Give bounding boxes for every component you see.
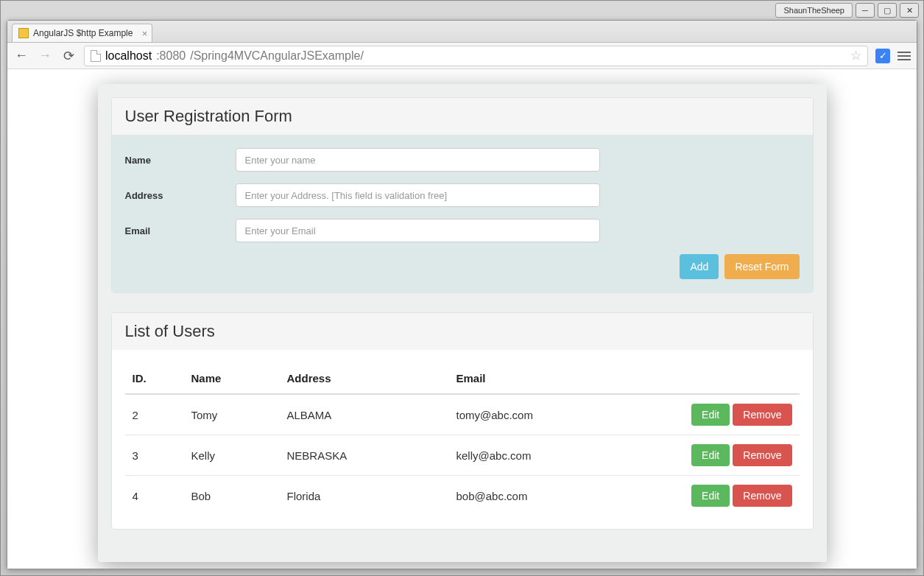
maximize-button[interactable]: ▢ bbox=[878, 3, 897, 18]
reload-button[interactable]: ⟳ bbox=[60, 48, 77, 64]
cell-address: NEBRASKA bbox=[280, 435, 449, 476]
edit-button[interactable]: Edit bbox=[691, 444, 730, 466]
url-input[interactable]: localhost:8080/Spring4MVCAngularJSExampl… bbox=[84, 46, 868, 66]
close-window-button[interactable]: ✕ bbox=[900, 3, 919, 18]
cell-address: ALBAMA bbox=[280, 394, 449, 435]
cell-email: bob@abc.com bbox=[449, 476, 667, 516]
minimize-button[interactable]: ─ bbox=[856, 3, 875, 18]
address-label: Address bbox=[125, 190, 236, 201]
cell-id: 2 bbox=[125, 394, 184, 435]
cell-actions: Edit Remove bbox=[667, 435, 800, 476]
form-title: User Registration Form bbox=[112, 98, 813, 135]
cell-email: tomy@abc.com bbox=[449, 394, 667, 435]
edit-button[interactable]: Edit bbox=[691, 485, 730, 507]
th-address: Address bbox=[280, 363, 449, 394]
cell-id: 4 bbox=[125, 476, 184, 516]
form-row-name: Name bbox=[125, 148, 800, 172]
users-panel: List of Users ID. Name Address Email bbox=[111, 312, 814, 530]
address-input[interactable] bbox=[236, 183, 600, 207]
page-viewport: User Registration Form Name Address Emai… bbox=[7, 69, 917, 569]
favicon-icon bbox=[18, 28, 29, 38]
browser-window: AngularJS $http Example × ← → ⟳ localhos… bbox=[7, 20, 917, 569]
cell-name: Tomy bbox=[184, 394, 280, 435]
bookmark-star-icon[interactable]: ☆ bbox=[850, 48, 861, 63]
name-input[interactable] bbox=[236, 148, 600, 172]
os-app-name: ShaunTheSheep bbox=[775, 3, 853, 18]
tab-strip: AngularJS $http Example × bbox=[7, 21, 917, 43]
table-row: 4BobFloridabob@abc.comEdit Remove bbox=[125, 476, 800, 516]
url-path: /Spring4MVCAngularJSExample/ bbox=[190, 49, 364, 63]
cell-name: Bob bbox=[184, 476, 280, 516]
cell-id: 3 bbox=[125, 435, 184, 476]
users-body: ID. Name Address Email 2TomyALBAMAtomy@a… bbox=[112, 350, 813, 529]
th-id: ID. bbox=[125, 363, 184, 394]
users-title: List of Users bbox=[112, 313, 813, 350]
cell-actions: Edit Remove bbox=[667, 476, 800, 516]
tab-title: AngularJS $http Example bbox=[33, 28, 133, 38]
url-port: :8080 bbox=[156, 49, 186, 63]
name-label: Name bbox=[125, 155, 236, 166]
edit-button[interactable]: Edit bbox=[691, 404, 730, 426]
cell-email: kelly@abc.com bbox=[449, 435, 667, 476]
page-icon bbox=[91, 50, 101, 62]
reset-form-button[interactable]: Reset Form bbox=[724, 254, 799, 279]
table-row: 3KellyNEBRASKAkelly@abc.comEdit Remove bbox=[125, 435, 800, 476]
form-body: Name Address Email Add bbox=[112, 135, 813, 292]
email-input[interactable] bbox=[236, 219, 600, 242]
form-actions: Add Reset Form bbox=[125, 254, 800, 279]
remove-button[interactable]: Remove bbox=[733, 444, 791, 466]
back-button[interactable]: ← bbox=[13, 48, 29, 63]
os-window: ShaunTheSheep ─ ▢ ✕ AngularJS $http Exam… bbox=[0, 0, 924, 576]
table-header-row: ID. Name Address Email bbox=[125, 363, 800, 394]
th-email: Email bbox=[449, 363, 667, 394]
users-table: ID. Name Address Email 2TomyALBAMAtomy@a… bbox=[125, 363, 800, 516]
remove-button[interactable]: Remove bbox=[733, 404, 791, 426]
cell-address: Florida bbox=[280, 476, 449, 516]
th-actions bbox=[667, 363, 800, 394]
page-container: User Registration Form Name Address Emai… bbox=[98, 84, 827, 562]
extension-icon[interactable]: ✓ bbox=[875, 49, 890, 63]
form-row-address: Address bbox=[125, 183, 800, 207]
cell-name: Kelly bbox=[184, 435, 280, 476]
form-row-email: Email bbox=[125, 219, 800, 242]
remove-button[interactable]: Remove bbox=[733, 485, 791, 507]
table-row: 2TomyALBAMAtomy@abc.comEdit Remove bbox=[125, 394, 800, 435]
os-titlebar: ShaunTheSheep ─ ▢ ✕ bbox=[775, 3, 919, 18]
email-label: Email bbox=[125, 225, 236, 236]
url-host: localhost bbox=[105, 49, 152, 63]
close-tab-icon[interactable]: × bbox=[142, 28, 148, 39]
th-name: Name bbox=[184, 363, 280, 394]
forward-button[interactable]: → bbox=[37, 48, 53, 63]
cell-actions: Edit Remove bbox=[667, 394, 800, 435]
browser-tab[interactable]: AngularJS $http Example × bbox=[12, 24, 152, 42]
toolbar: ← → ⟳ localhost:8080/Spring4MVCAngularJS… bbox=[7, 43, 917, 69]
hamburger-menu-icon[interactable] bbox=[897, 52, 911, 60]
add-button[interactable]: Add bbox=[680, 254, 719, 279]
registration-panel: User Registration Form Name Address Emai… bbox=[111, 97, 814, 293]
